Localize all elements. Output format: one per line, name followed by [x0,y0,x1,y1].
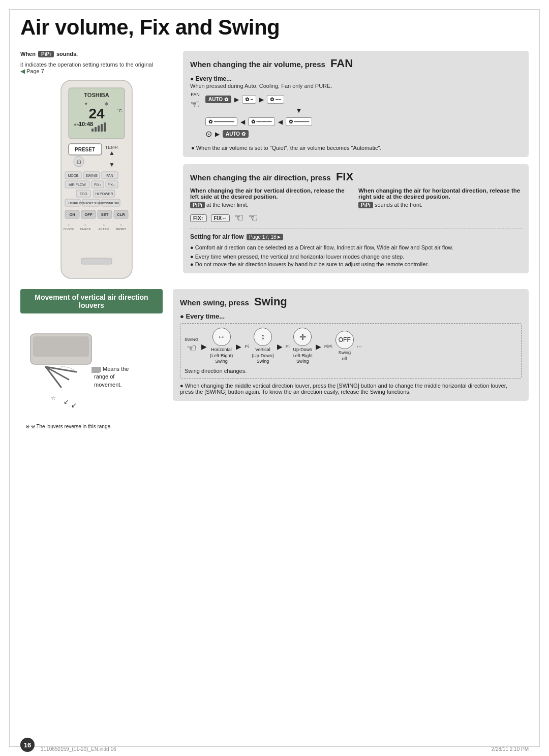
swing-label-1: Horizontal(Left-Right)Swing [210,347,233,365]
svg-text:COMFORT SLEEP: COMFORT SLEEP [79,202,103,205]
pipi-note-suffix: sounds, [56,51,78,57]
pipi-note-prefix: When [20,51,36,57]
fan-diagram: FAN ☜ AUTO ✿ ▶ ✿ – ▶ ✿ –– ▼ [190,92,522,142]
svg-text:MODE: MODE [68,174,79,177]
svg-text:OFF: OFF [85,212,93,217]
svg-rect-9 [92,129,94,132]
svg-text:ECO: ECO [79,192,87,196]
swing-item-3: ✛ Up-DownLeft-RightSwing [293,328,313,365]
svg-text:○: ○ [103,223,105,227]
fix-note2: ● Do not move the air direction louvers … [190,261,522,267]
svg-text:FAN: FAN [106,174,113,177]
remote-svg: TOSHIBA ✦ ❄ 24 °C AM 10:48 [46,78,147,281]
fan-hand-icon: ☜ [190,98,200,111]
svg-text:▲: ▲ [109,149,115,156]
swing-outer: When swing, press Swing Every time... SW… [173,289,529,406]
fix-section: When changing the air direction, press F… [183,164,529,273]
right-panel: When changing the air volume, press FAN … [183,51,529,280]
swing-item-4: OFF Swingoff [336,331,354,362]
svg-rect-59 [81,258,112,264]
pipi-horizontal: PiPi [358,202,373,208]
swing-every-time: Every time... [180,312,522,320]
swing-item-2: ↕ Vertical(Up-Down)Swing [252,328,274,365]
swing-icon-horizontal: ↔ [212,328,231,346]
auto-icon2: AUTO ✿ [223,130,249,138]
fix-columns: When changing the air for vertical direc… [190,187,522,225]
swing-item-1: ↔ Horizontal(Left-Right)Swing [210,328,233,365]
page-number: 16 [20,738,35,752]
fix-note1: ● Every time when pressed, the vertical … [190,254,522,260]
pipi-vertical: PiPi [190,202,205,208]
swing-icon-vertical: ↕ [254,328,272,346]
fix-vertical-title: When changing the air for vertical direc… [190,187,353,200]
fix-vertical-col: When changing the air for vertical direc… [190,187,353,225]
fix-up-button: FIX↑ [190,214,207,222]
svg-text:TOSHIBA: TOSHIBA [84,92,109,98]
fan-section-title: When changing the air volume, press FAN [190,57,522,70]
louver-title: Movement of vertical air direction louve… [20,289,163,313]
swing-icons-container: SWING ☜ ▶ ↔ Horizontal(Left-Right)Swing … [180,323,522,379]
svg-text:CHECK: CHECK [80,228,90,231]
louver-diagram-container: ☆ ↙ ↙ Means the range of movement. ※ ※ T… [20,319,142,429]
svg-text:↙: ↙ [71,401,77,409]
fix-hand2: ☜ [248,211,258,225]
svg-rect-13 [104,122,106,132]
fan-flow-diagram: AUTO ✿ ▶ ✿ – ▶ ✿ –– ▼ ✿ ———— ◀ ✿ ——— [205,92,312,142]
svg-text:○: ○ [120,223,122,227]
footer-left: 1110650159_(11-20)_EN.indd 16 [41,746,116,752]
svg-text:ON: ON [69,212,75,217]
pipi-note: When PiPi sounds, [20,51,173,57]
pipi-badge: PiPi [38,51,54,57]
svg-text:↙: ↙ [64,398,69,405]
dotted-sep [190,229,522,229]
swing-section-title: When swing, press Swing [180,295,522,308]
svg-text:⏻: ⏻ [76,159,81,165]
svg-text:☆PURE: ☆PURE [67,202,78,205]
footer-right: 2/28/11 2:10 PM [492,746,529,752]
quiet-icon: ⊙ [205,129,212,139]
page-content: Air volume, Fix and Swing When PiPi soun… [20,15,529,741]
fan-icon5: ✿ ——— [286,117,313,126]
fix-lr-button: FIX↔ [211,214,230,222]
svg-text:✦: ✦ [84,101,88,107]
pipi-description: it indicates the operation setting retur… [20,61,173,75]
fan-icon1: ✿ – [242,95,256,104]
svg-text:POWER SEL: POWER SEL [102,202,120,205]
fix-horizontal-title: When changing the air for horizontal dir… [358,187,522,200]
fan-icon4: ✿ ——— [248,117,275,126]
svg-text:FILTER: FILTER [99,228,109,231]
fan-button-col: FAN ☜ [190,92,200,111]
fan-icon2: ✿ –– [267,95,284,104]
swing-icon-ud-lr: ✛ [293,328,312,346]
arrow3: ◀ [240,118,245,125]
svg-text:○: ○ [84,223,86,227]
svg-text:▼: ▼ [109,161,115,168]
fan-note: ● When the air volume is set to "Quiet",… [190,145,522,151]
swing-label-2: Vertical(Up-Down)Swing [252,347,274,365]
swing-arrow1: ▶ [201,342,207,351]
svg-text:RESET: RESET [116,228,126,231]
fan-every-time: Every time... When pressed during Auto, … [190,75,522,89]
arrow2: ▶ [259,96,264,103]
swing-label-4: Swingoff [338,350,351,362]
swing-pi1: Pi [245,344,249,349]
swing-arrow3: ▶ [277,342,283,351]
fan-row4: ⊙ ▶ AUTO ✿ [205,129,312,139]
means-box [94,367,101,372]
swing-pi2: Pi [286,344,290,349]
arrow4: ◀ [278,118,283,125]
swing-direction-note: Swing direction changes. [185,368,517,374]
svg-text:FIX↕: FIX↕ [94,183,101,186]
swing-note1: ● When changing the middle vertical dire… [180,383,522,395]
swing-pipi1: PiPi [324,344,332,349]
left-panel: When PiPi sounds, it indicates the opera… [20,51,173,281]
svg-text:CLOCK: CLOCK [64,228,74,231]
page-badge-airflow: Page 17, 18 ➤ [247,234,283,240]
svg-rect-61 [33,336,89,357]
svg-text:PRESET: PRESET [75,147,95,152]
swing-label: SWING [185,337,198,342]
page-ref: ◀ Page 7 [20,68,44,75]
svg-text:☆: ☆ [51,395,56,401]
svg-text:SET: SET [101,212,109,217]
svg-rect-10 [95,127,97,132]
